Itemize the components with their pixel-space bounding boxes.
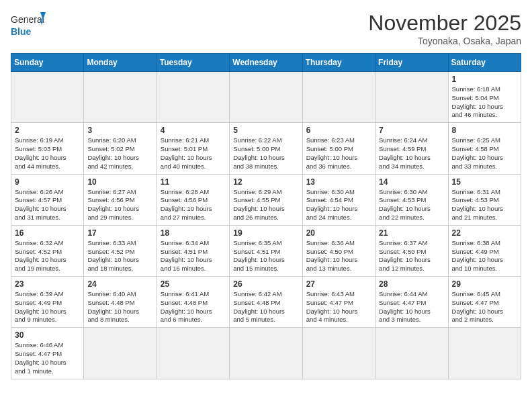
day-number: 5 — [233, 126, 298, 135]
calendar-cell: 27Sunrise: 6:43 AM Sunset: 4:47 PM Dayli… — [302, 277, 375, 328]
calendar-title: November 2025 — [368, 11, 521, 36]
day-info: Sunrise: 6:43 AM Sunset: 4:47 PM Dayligh… — [306, 290, 371, 324]
calendar-cell: 18Sunrise: 6:34 AM Sunset: 4:51 PM Dayli… — [157, 225, 229, 276]
calendar-cell — [157, 72, 229, 123]
calendar-cell — [302, 72, 375, 123]
day-number: 7 — [379, 126, 444, 135]
calendar-cell: 13Sunrise: 6:30 AM Sunset: 4:54 PM Dayli… — [302, 174, 375, 225]
svg-text:Blue: Blue — [11, 26, 32, 37]
calendar-cell: 14Sunrise: 6:30 AM Sunset: 4:53 PM Dayli… — [375, 174, 448, 225]
day-number: 16 — [15, 228, 80, 238]
day-info: Sunrise: 6:19 AM Sunset: 5:03 PM Dayligh… — [15, 136, 80, 171]
day-number: 21 — [379, 228, 444, 238]
day-info: Sunrise: 6:27 AM Sunset: 4:56 PM Dayligh… — [87, 188, 152, 222]
calendar-cell: 16Sunrise: 6:32 AM Sunset: 4:52 PM Dayli… — [11, 225, 84, 276]
calendar-week-4: 16Sunrise: 6:32 AM Sunset: 4:52 PM Dayli… — [11, 225, 521, 276]
calendar-cell: 17Sunrise: 6:33 AM Sunset: 4:52 PM Dayli… — [84, 225, 157, 276]
calendar-cell: 19Sunrise: 6:35 AM Sunset: 4:51 PM Dayli… — [230, 225, 302, 276]
calendar-cell: 3Sunrise: 6:20 AM Sunset: 5:02 PM Daylig… — [84, 123, 157, 174]
calendar-table: SundayMondayTuesdayWednesdayThursdayFrid… — [11, 53, 521, 379]
calendar-cell: 20Sunrise: 6:36 AM Sunset: 4:50 PM Dayli… — [302, 225, 375, 276]
day-info: Sunrise: 6:40 AM Sunset: 4:48 PM Dayligh… — [87, 290, 152, 324]
weekday-header-thursday: Thursday — [302, 54, 375, 72]
day-info: Sunrise: 6:44 AM Sunset: 4:47 PM Dayligh… — [379, 290, 444, 324]
day-info: Sunrise: 6:30 AM Sunset: 4:53 PM Dayligh… — [379, 188, 444, 222]
day-info: Sunrise: 6:45 AM Sunset: 4:47 PM Dayligh… — [452, 290, 517, 324]
calendar-cell: 29Sunrise: 6:45 AM Sunset: 4:47 PM Dayli… — [448, 277, 521, 328]
weekday-header-friday: Friday — [375, 54, 448, 72]
day-info: Sunrise: 6:36 AM Sunset: 4:50 PM Dayligh… — [306, 239, 371, 273]
calendar-cell — [375, 72, 448, 123]
day-info: Sunrise: 6:31 AM Sunset: 4:53 PM Dayligh… — [452, 188, 517, 222]
calendar-cell: 30Sunrise: 6:46 AM Sunset: 4:47 PM Dayli… — [11, 328, 84, 379]
day-number: 10 — [87, 177, 152, 187]
day-number: 15 — [452, 177, 517, 187]
calendar-cell: 28Sunrise: 6:44 AM Sunset: 4:47 PM Dayli… — [375, 277, 448, 328]
calendar-cell: 23Sunrise: 6:39 AM Sunset: 4:49 PM Dayli… — [11, 277, 84, 328]
day-info: Sunrise: 6:26 AM Sunset: 4:57 PM Dayligh… — [15, 188, 80, 222]
day-number: 2 — [15, 126, 80, 135]
day-number: 29 — [452, 279, 517, 289]
calendar-week-1: 1Sunrise: 6:18 AM Sunset: 5:04 PM Daylig… — [11, 72, 521, 123]
calendar-week-5: 23Sunrise: 6:39 AM Sunset: 4:49 PM Dayli… — [11, 277, 521, 328]
calendar-cell: 8Sunrise: 6:25 AM Sunset: 4:58 PM Daylig… — [448, 123, 521, 174]
calendar-cell: 7Sunrise: 6:24 AM Sunset: 4:59 PM Daylig… — [375, 123, 448, 174]
weekday-header-sunday: Sunday — [11, 54, 84, 72]
calendar-cell — [230, 328, 302, 379]
day-number: 14 — [379, 177, 444, 187]
day-info: Sunrise: 6:34 AM Sunset: 4:51 PM Dayligh… — [161, 239, 226, 273]
day-number: 30 — [15, 330, 80, 340]
day-number: 28 — [379, 279, 444, 289]
calendar-cell: 9Sunrise: 6:26 AM Sunset: 4:57 PM Daylig… — [11, 174, 84, 225]
calendar-week-2: 2Sunrise: 6:19 AM Sunset: 5:03 PM Daylig… — [11, 123, 521, 174]
day-info: Sunrise: 6:35 AM Sunset: 4:51 PM Dayligh… — [233, 239, 298, 273]
calendar-cell: 12Sunrise: 6:29 AM Sunset: 4:55 PM Dayli… — [230, 174, 302, 225]
page-header: General Blue November 2025 Toyonaka, Osa… — [11, 11, 521, 46]
day-info: Sunrise: 6:18 AM Sunset: 5:04 PM Dayligh… — [452, 85, 517, 120]
day-number: 4 — [161, 126, 226, 135]
calendar-cell: 5Sunrise: 6:22 AM Sunset: 5:00 PM Daylig… — [230, 123, 302, 174]
day-number: 6 — [306, 126, 371, 135]
calendar-cell — [84, 328, 157, 379]
calendar-cell — [157, 328, 229, 379]
day-number: 17 — [87, 228, 152, 238]
weekday-header-saturday: Saturday — [448, 54, 521, 72]
calendar-cell — [302, 328, 375, 379]
calendar-cell: 26Sunrise: 6:42 AM Sunset: 4:48 PM Dayli… — [230, 277, 302, 328]
day-number: 22 — [452, 228, 517, 238]
day-info: Sunrise: 6:24 AM Sunset: 4:59 PM Dayligh… — [379, 136, 444, 171]
calendar-cell: 21Sunrise: 6:37 AM Sunset: 4:50 PM Dayli… — [375, 225, 448, 276]
calendar-cell: 10Sunrise: 6:27 AM Sunset: 4:56 PM Dayli… — [84, 174, 157, 225]
svg-text:General: General — [11, 14, 44, 25]
calendar-week-6: 30Sunrise: 6:46 AM Sunset: 4:47 PM Dayli… — [11, 328, 521, 379]
calendar-week-3: 9Sunrise: 6:26 AM Sunset: 4:57 PM Daylig… — [11, 174, 521, 225]
day-number: 18 — [161, 228, 226, 238]
calendar-subtitle: Toyonaka, Osaka, Japan — [368, 36, 521, 46]
calendar-cell: 6Sunrise: 6:23 AM Sunset: 5:00 PM Daylig… — [302, 123, 375, 174]
day-number: 1 — [452, 75, 517, 84]
day-info: Sunrise: 6:28 AM Sunset: 4:56 PM Dayligh… — [161, 188, 226, 222]
calendar-cell — [375, 328, 448, 379]
day-number: 3 — [87, 126, 152, 135]
logo: General Blue — [11, 11, 46, 40]
day-info: Sunrise: 6:38 AM Sunset: 4:49 PM Dayligh… — [452, 239, 517, 273]
calendar-cell: 15Sunrise: 6:31 AM Sunset: 4:53 PM Dayli… — [448, 174, 521, 225]
day-number: 20 — [306, 228, 371, 238]
day-number: 19 — [233, 228, 298, 238]
calendar-cell — [230, 72, 302, 123]
calendar-cell: 22Sunrise: 6:38 AM Sunset: 4:49 PM Dayli… — [448, 225, 521, 276]
day-number: 24 — [87, 279, 152, 289]
calendar-cell: 1Sunrise: 6:18 AM Sunset: 5:04 PM Daylig… — [448, 72, 521, 123]
calendar-cell: 4Sunrise: 6:21 AM Sunset: 5:01 PM Daylig… — [157, 123, 229, 174]
day-info: Sunrise: 6:20 AM Sunset: 5:02 PM Dayligh… — [87, 136, 152, 171]
day-number: 23 — [15, 279, 80, 289]
day-number: 26 — [233, 279, 298, 289]
calendar-cell: 24Sunrise: 6:40 AM Sunset: 4:48 PM Dayli… — [84, 277, 157, 328]
day-number: 27 — [306, 279, 371, 289]
day-info: Sunrise: 6:46 AM Sunset: 4:47 PM Dayligh… — [15, 341, 80, 375]
day-info: Sunrise: 6:21 AM Sunset: 5:01 PM Dayligh… — [161, 136, 226, 171]
calendar-cell — [448, 328, 521, 379]
day-number: 8 — [452, 126, 517, 135]
day-info: Sunrise: 6:39 AM Sunset: 4:49 PM Dayligh… — [15, 290, 80, 324]
calendar-cell: 2Sunrise: 6:19 AM Sunset: 5:03 PM Daylig… — [11, 123, 84, 174]
